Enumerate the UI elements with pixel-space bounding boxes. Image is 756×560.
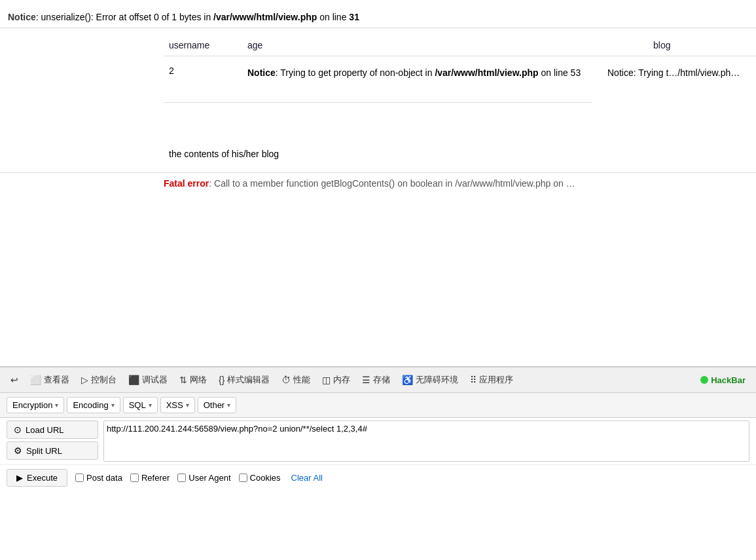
table-row: 2 Notice: Trying to get property of non-… xyxy=(164,63,756,83)
sql-arrow: ▾ xyxy=(149,401,152,409)
user-agent-checkbox[interactable] xyxy=(177,474,186,482)
network-label: 网络 xyxy=(190,374,207,386)
cookies-text: Cookies xyxy=(250,473,281,483)
cell-id: 2 xyxy=(164,63,242,79)
console-label: 控制台 xyxy=(91,374,117,386)
devtools-inspector[interactable]: ⬜ 查看器 xyxy=(25,370,75,390)
hackbar-url-input[interactable] xyxy=(107,424,746,457)
devtools-accessibility[interactable]: ♿ 无障碍环境 xyxy=(397,370,463,390)
clear-all-link[interactable]: Clear All xyxy=(291,473,323,483)
inner-notice-label: Notice xyxy=(247,67,276,78)
fatal-error-label: Fatal error xyxy=(164,178,209,189)
memory-icon: ◫ xyxy=(322,375,331,385)
blog-content: the contents of his/her blog xyxy=(164,109,756,172)
style-editor-label: 样式编辑器 xyxy=(227,374,270,386)
load-url-label: Load URL xyxy=(26,425,64,435)
referer-checkbox[interactable] xyxy=(130,474,139,482)
sql-dropdown[interactable]: SQL ▾ xyxy=(123,397,158,413)
performance-icon: ⏱ xyxy=(281,375,291,385)
inner-notice-suffix: on line xyxy=(539,67,571,78)
divider-line xyxy=(164,102,592,103)
split-url-label: Split URL xyxy=(26,446,62,456)
devtools-application[interactable]: ⠿ 应用程序 xyxy=(465,370,518,390)
hackbar-main: ⊙ Load URL ⚙ Split URL xyxy=(0,418,756,464)
referer-label[interactable]: Referer xyxy=(130,473,170,483)
col-header-age: age xyxy=(242,37,321,53)
hackbar-url-area[interactable] xyxy=(103,420,749,462)
devtools-refresh[interactable]: ↩ xyxy=(5,371,24,389)
hackbar-dot xyxy=(700,376,708,384)
col-header-username: username xyxy=(164,37,242,53)
xss-dropdown[interactable]: XSS ▾ xyxy=(160,397,195,413)
execute-button[interactable]: ▶ Execute xyxy=(7,469,67,487)
fatal-error-text: : Call to a member function getBlogConte… xyxy=(209,178,575,189)
hackbar-bottom: ▶ Execute Post data Referer User Agent C… xyxy=(0,464,756,491)
encoding-dropdown[interactable]: Encoding ▾ xyxy=(67,397,120,413)
post-data-label[interactable]: Post data xyxy=(75,473,122,483)
devtools-memory[interactable]: ◫ 内存 xyxy=(317,370,355,390)
load-url-button[interactable]: ⊙ Load URL xyxy=(7,420,98,439)
notice-cell-right: Notice: Trying t…/html/view.ph… xyxy=(602,63,756,83)
encryption-arrow: ▾ xyxy=(55,401,58,409)
inner-notice-text: : Trying to get property of non-object i… xyxy=(276,67,435,78)
blog-content-text: the contents of his/her blog xyxy=(169,149,279,159)
debugger-icon: ⬛ xyxy=(128,375,139,385)
table-area: username age blog 2 Notice: Trying to ge… xyxy=(0,28,756,89)
main-content: Notice: unserialize(): Error at offset 0… xyxy=(0,0,756,367)
sql-label: SQL xyxy=(129,400,146,410)
style-editor-icon: {} xyxy=(219,375,225,385)
notice-cell-age: Notice: Trying to get property of non-ob… xyxy=(242,63,602,83)
cookies-label[interactable]: Cookies xyxy=(239,473,281,483)
col-header-blog: blog xyxy=(648,37,727,53)
notice-bar: Notice: unserialize(): Error at offset 0… xyxy=(0,7,756,28)
encoding-arrow: ▾ xyxy=(111,401,115,409)
encryption-dropdown[interactable]: Encryption ▾ xyxy=(7,397,64,413)
debugger-label: 调试器 xyxy=(142,374,168,386)
notice-suffix: on line xyxy=(317,12,349,22)
load-url-icon: ⊙ xyxy=(14,424,22,435)
application-label: 应用程序 xyxy=(479,374,513,386)
encryption-label: Encryption xyxy=(12,400,52,410)
hackbar-buttons: ⊙ Load URL ⚙ Split URL xyxy=(7,420,98,460)
performance-label: 性能 xyxy=(293,374,310,386)
hackbar-toolbar: Encryption ▾ Encoding ▾ SQL ▾ XSS ▾ Othe… xyxy=(0,393,756,418)
devtools-network[interactable]: ⇅ 网络 xyxy=(174,370,212,390)
application-icon: ⠿ xyxy=(470,375,477,385)
other-label: Other xyxy=(204,400,225,410)
other-dropdown[interactable]: Other ▾ xyxy=(198,397,237,413)
devtools-hackbar[interactable]: HackBar xyxy=(695,371,751,389)
devtools-bar: ↩ ⬜ 查看器 ▷ 控制台 ⬛ 调试器 ⇅ 网络 {} 样式编辑器 ⏱ 性能 ◫… xyxy=(0,367,756,393)
cookies-checkbox[interactable] xyxy=(239,474,247,482)
accessibility-label: 无障碍环境 xyxy=(416,374,458,386)
post-data-checkbox[interactable] xyxy=(75,474,84,482)
network-icon: ⇅ xyxy=(179,375,187,385)
inspector-label: 查看器 xyxy=(44,374,69,386)
execute-label: Execute xyxy=(27,473,58,483)
devtools-console[interactable]: ▷ 控制台 xyxy=(76,370,122,390)
user-agent-label[interactable]: User Agent xyxy=(177,473,230,483)
notice-path: /var/www/html/view.php xyxy=(213,12,317,22)
split-url-icon: ⚙ xyxy=(14,445,22,456)
col-headers: username age blog xyxy=(164,35,756,56)
inspector-icon: ⬜ xyxy=(30,375,41,385)
storage-label: 存储 xyxy=(373,374,390,386)
inner-notice-path: /var/www/html/view.php xyxy=(435,67,538,78)
devtools-storage[interactable]: ☰ 存储 xyxy=(357,370,395,390)
storage-icon: ☰ xyxy=(362,375,370,385)
right-notice-text: : Trying t…/html/view.ph… xyxy=(634,67,740,78)
devtools-performance[interactable]: ⏱ 性能 xyxy=(276,370,315,390)
inner-notice-line: 53 xyxy=(571,67,581,78)
encoding-label: Encoding xyxy=(73,400,108,410)
fatal-error-bar: Fatal error: Call to a member function g… xyxy=(0,172,756,194)
hackbar-label: HackBar xyxy=(711,375,746,385)
play-icon: ▶ xyxy=(16,473,23,483)
devtools-debugger[interactable]: ⬛ 调试器 xyxy=(123,370,173,390)
xss-label: XSS xyxy=(166,400,183,410)
user-agent-text: User Agent xyxy=(189,473,230,483)
devtools-style-editor[interactable]: {} 样式编辑器 xyxy=(213,370,275,390)
notice-label: Notice xyxy=(8,12,36,22)
notice-line: 31 xyxy=(349,12,359,22)
split-url-button[interactable]: ⚙ Split URL xyxy=(7,441,98,460)
refresh-icon: ↩ xyxy=(10,375,18,385)
right-notice-label: Notice xyxy=(607,67,634,78)
